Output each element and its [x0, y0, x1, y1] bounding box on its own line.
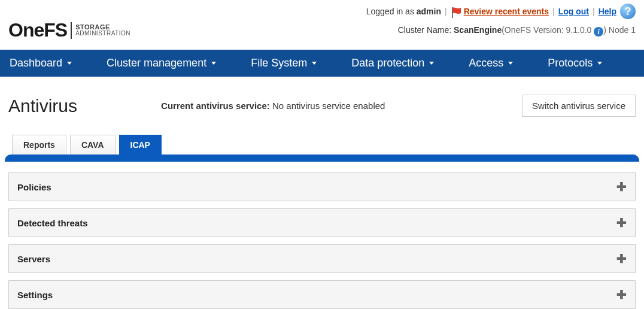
flag-icon[interactable]: [451, 7, 461, 16]
plus-icon: ✚: [616, 180, 627, 194]
info-icon[interactable]: i: [594, 27, 603, 37]
svg-rect-0: [452, 7, 453, 18]
antivirus-status: Current antivirus service: No antivirus …: [161, 101, 385, 111]
help-icon[interactable]: ?: [620, 4, 636, 19]
page-title: Antivirus: [8, 96, 77, 116]
content-top-bar: [5, 154, 639, 162]
panel-policies[interactable]: Policies ✚: [8, 172, 636, 201]
brand-logo: OneFS STORAGE ADMINISTRATION: [8, 4, 130, 41]
plus-icon: ✚: [616, 216, 627, 230]
review-events-link[interactable]: Review recent events: [464, 7, 549, 16]
chevron-down-icon: [211, 62, 216, 65]
chevron-down-icon: [312, 62, 317, 65]
nav-cluster-management[interactable]: Cluster management: [99, 50, 223, 77]
cluster-info: Cluster Name: ScanEngine(OneFS Version: …: [366, 25, 636, 37]
tab-cava[interactable]: CAVA: [70, 135, 116, 154]
plus-icon: ✚: [616, 252, 627, 266]
tab-icap[interactable]: ICAP: [119, 135, 162, 154]
chevron-down-icon: [597, 62, 602, 65]
chevron-down-icon: [508, 62, 513, 65]
logged-in-label: Logged in as admin: [366, 7, 441, 16]
top-separator: |: [593, 7, 595, 16]
plus-icon: ✚: [616, 287, 627, 302]
tab-reports[interactable]: Reports: [12, 135, 66, 154]
chevron-down-icon: [67, 62, 72, 65]
logo-separator: [71, 22, 72, 39]
tab-bar: Reports CAVA ICAP: [0, 123, 644, 154]
logout-link[interactable]: Log out: [558, 7, 589, 16]
top-separator: |: [552, 7, 555, 16]
switch-antivirus-button[interactable]: Switch antivirus service: [522, 95, 636, 117]
nav-access[interactable]: Access: [461, 50, 520, 77]
top-separator: |: [445, 7, 447, 16]
nav-protocols[interactable]: Protocols: [540, 50, 609, 77]
logo-subtitle-2: ADMINISTRATION: [75, 31, 130, 37]
chevron-down-icon: [429, 62, 434, 65]
logo-main: OneFS: [8, 19, 67, 41]
nav-dashboard[interactable]: Dashboard: [2, 50, 79, 77]
nav-data-protection[interactable]: Data protection: [344, 50, 441, 77]
main-nav: Dashboard Cluster management File System…: [0, 50, 644, 77]
panel-servers[interactable]: Servers ✚: [8, 244, 636, 273]
panel-settings[interactable]: Settings ✚: [8, 280, 636, 309]
nav-file-system[interactable]: File System: [244, 50, 324, 77]
help-link[interactable]: Help: [599, 7, 616, 16]
panel-detected-threats[interactable]: Detected threats ✚: [8, 208, 636, 237]
